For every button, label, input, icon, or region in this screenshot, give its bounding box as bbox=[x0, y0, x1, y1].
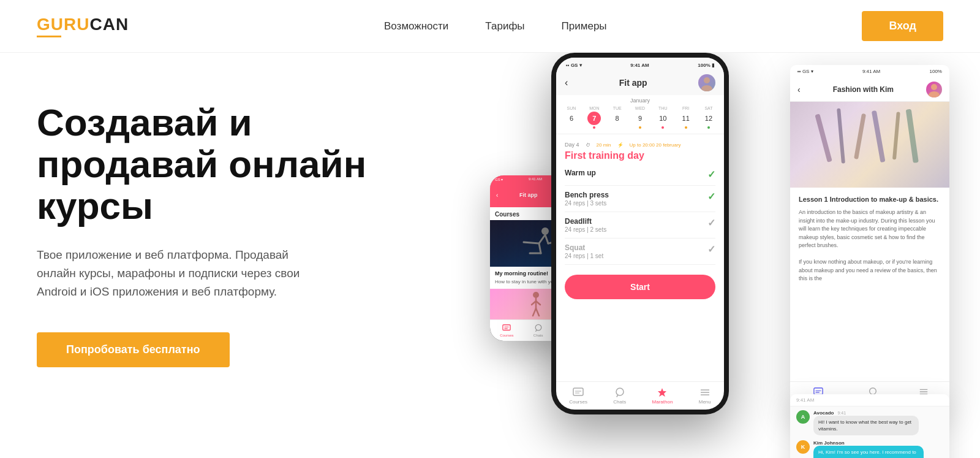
svg-line-11 bbox=[533, 308, 536, 316]
lesson-description: An introduction to the basics of makeup … bbox=[799, 208, 941, 283]
phones-area: GS ▾ 9:41 AM 100% ‹ Fit app Courses bbox=[429, 53, 980, 458]
chat-row-avocado: A Avocado 9:41 HI! I want to know what t… bbox=[796, 410, 943, 435]
calendar-month: January bbox=[562, 97, 718, 104]
logo-can: CAN bbox=[89, 15, 129, 34]
calendar-day-fri: FRI 11 bbox=[677, 106, 695, 129]
phone-right-video bbox=[790, 102, 949, 188]
phone-main-header: ‹ Fit app bbox=[556, 71, 724, 95]
svg-rect-31 bbox=[815, 113, 832, 162]
courses-nav-icon bbox=[502, 324, 511, 332]
phone-main-title: Fit app bbox=[568, 78, 698, 88]
chats-nav-icon bbox=[534, 324, 543, 332]
navbar: GURUCAN Возможности Тарифы Примеры Вход bbox=[0, 0, 980, 53]
svg-rect-32 bbox=[837, 109, 845, 164]
phone-main-workout: Day 4 ⏱ 20 min ⚡ Up to 20:00 20 february… bbox=[556, 137, 724, 381]
login-button[interactable]: Вход bbox=[862, 11, 943, 41]
makeup-brushes-icon bbox=[809, 105, 931, 185]
logo: GURUCAN bbox=[37, 15, 129, 37]
main-marathon-icon bbox=[657, 387, 668, 398]
phone-main: ▪▪ GS ▾ 9:41 AM 100% ▮ ‹ Fit app bbox=[551, 53, 729, 414]
svg-rect-13 bbox=[503, 325, 510, 330]
hero-section: Создавай и продавай онлайн курсы Твое пр… bbox=[0, 53, 980, 458]
workout-title: First training day bbox=[565, 150, 715, 161]
phone-right-title: Fashion with Kim bbox=[833, 85, 894, 94]
svg-rect-33 bbox=[854, 113, 866, 159]
calendar-days-row: SUN 6 MON 7 TUE 8 bbox=[562, 106, 718, 129]
avatar-icon bbox=[698, 74, 715, 91]
chat-row-kim: K Kim Johnson Hi, Kim! I'm so see you he… bbox=[796, 440, 943, 458]
svg-line-5 bbox=[545, 235, 548, 243]
hero-subtitle: Твое приложение и веб платформа. Продава… bbox=[37, 246, 331, 302]
svg-line-1 bbox=[539, 235, 545, 243]
hero-title: Создавай и продавай онлайн курсы bbox=[37, 102, 368, 227]
svg-point-29 bbox=[931, 84, 937, 90]
svg-line-2 bbox=[524, 242, 539, 243]
main-menu-icon bbox=[699, 387, 710, 398]
svg-point-16 bbox=[535, 324, 541, 330]
course2-icon bbox=[521, 289, 551, 319]
calendar-day-sun: SUN 6 bbox=[562, 106, 581, 129]
chat-msg-kim1: Hi, Kim! I'm so see you here. I recommen… bbox=[813, 446, 924, 458]
phone-right-status: ▪▪ GS ▾ 9:41 AM 100% bbox=[790, 65, 949, 78]
svg-point-25 bbox=[616, 388, 624, 395]
phone-main-nav-menu[interactable]: Menu bbox=[699, 387, 711, 405]
nav-link-pricing[interactable]: Тарифы bbox=[485, 20, 524, 32]
phone-small-nav-chats[interactable]: Chats bbox=[533, 324, 543, 337]
avocado-avatar: A bbox=[796, 410, 810, 424]
exercise-row-warmup: Warm up ✓ bbox=[565, 169, 715, 186]
chat-messages-area: A Avocado 9:41 HI! I want to know what t… bbox=[790, 406, 949, 458]
phone-right-header: ‹ Fashion with Kim bbox=[790, 78, 949, 102]
svg-rect-34 bbox=[872, 110, 886, 162]
phone-main-nav-courses[interactable]: Courses bbox=[569, 387, 587, 405]
svg-point-40 bbox=[870, 388, 876, 395]
svg-point-0 bbox=[541, 227, 549, 235]
calendar-day-thu: THU 10 bbox=[654, 106, 672, 129]
svg-point-30 bbox=[929, 91, 940, 97]
calendar-day-mon: MON 7 bbox=[585, 106, 603, 129]
phone-right-content: Lesson 1 Introduction to make-up & basic… bbox=[790, 188, 949, 381]
nav-link-examples[interactable]: Примеры bbox=[562, 20, 607, 32]
phone-main-bottom-nav: Courses Chats Marathon Menu bbox=[556, 381, 724, 410]
logo-underline bbox=[37, 36, 61, 37]
hero-text: Создавай и продавай онлайн курсы Твое пр… bbox=[37, 90, 368, 367]
try-free-button[interactable]: Попробовать бесплатно bbox=[37, 332, 230, 367]
right-phone-back-icon[interactable]: ‹ bbox=[797, 85, 801, 94]
fashion-avatar-icon bbox=[926, 82, 942, 97]
phone-main-nav-chats[interactable]: Chats bbox=[613, 387, 626, 405]
phone-main-calendar: January SUN 6 MON 7 TUE bbox=[556, 95, 724, 131]
svg-point-20 bbox=[704, 77, 710, 83]
phone-right: ▪▪ GS ▾ 9:41 AM 100% ‹ Fashion with Kim bbox=[790, 65, 949, 408]
kim-avatar: K bbox=[796, 440, 810, 454]
phone-main-status-bar: ▪▪ GS ▾ 9:41 AM 100% ▮ bbox=[556, 58, 724, 71]
calendar-divider bbox=[556, 134, 724, 134]
exercise-row-squat: Squat 24 reps | 1 set ✓ bbox=[565, 243, 715, 265]
main-courses-icon bbox=[573, 387, 584, 398]
logo-guru: GURU bbox=[37, 15, 89, 34]
nav-links: Возможности Тарифы Примеры bbox=[384, 20, 607, 32]
svg-line-12 bbox=[536, 308, 539, 316]
phone-chat-panel: 9:41 AM A Avocado 9:41 HI! I want to kno… bbox=[790, 394, 949, 458]
exercise-row-benchpress: Bench press 24 reps | 3 sets ✓ bbox=[565, 191, 715, 212]
phone-small-nav-courses[interactable]: Courses bbox=[500, 324, 513, 337]
svg-rect-37 bbox=[814, 388, 823, 395]
svg-point-7 bbox=[533, 292, 539, 298]
chat-msg-avocado: HI! I want to know what the best way to … bbox=[813, 416, 919, 435]
phone-main-avatar bbox=[698, 74, 715, 91]
calendar-day-wed: WED 9 bbox=[631, 106, 649, 129]
phone-main-nav-marathon[interactable]: Marathon bbox=[652, 387, 673, 405]
main-chats-icon bbox=[614, 387, 625, 398]
start-workout-button[interactable]: Start bbox=[565, 275, 715, 299]
svg-point-21 bbox=[701, 85, 712, 91]
exercise-row-deadlift: Deadlift 24 reps | 2 sets ✓ bbox=[565, 217, 715, 239]
calendar-day-sat: SAT 12 bbox=[699, 106, 718, 129]
calendar-day-tue: TUE 8 bbox=[608, 106, 627, 129]
workout-day-info: Day 4 ⏱ 20 min ⚡ Up to 20:00 20 february bbox=[565, 142, 715, 148]
phone-right-avatar bbox=[926, 82, 942, 97]
svg-rect-22 bbox=[573, 388, 583, 395]
svg-line-3 bbox=[539, 243, 541, 253]
svg-rect-35 bbox=[892, 112, 900, 159]
nav-link-features[interactable]: Возможности bbox=[384, 20, 448, 32]
svg-rect-36 bbox=[906, 109, 919, 163]
lesson-title: Lesson 1 Introduction to make-up & basic… bbox=[799, 195, 941, 204]
